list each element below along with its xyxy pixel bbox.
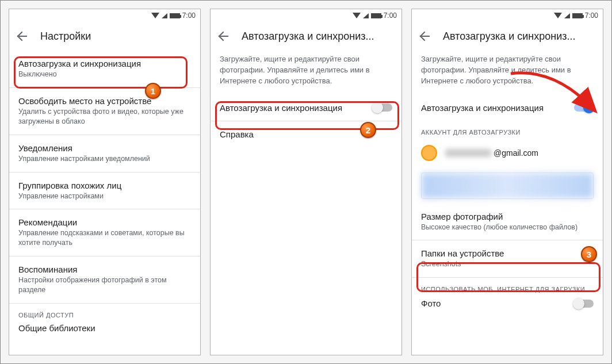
toggle-backup-sync[interactable]: Автозагрузка и синхронизация <box>211 95 401 121</box>
item-title: Воспоминания <box>18 265 191 274</box>
battery-icon <box>170 13 180 18</box>
toggle-label: Автозагрузка и синхронизация <box>421 103 544 113</box>
clock: 7:00 <box>585 12 598 20</box>
item-face-grouping[interactable]: Группировка похожих лиц Управление настр… <box>9 173 200 209</box>
account-email-hidden <box>445 149 491 157</box>
app-bar: Автозагрузка и синхрониз... <box>211 22 401 51</box>
battery-icon <box>572 13 583 18</box>
item-help[interactable]: Справка <box>211 121 401 147</box>
settings-list: Автозагрузка и синхронизация Выключено О… <box>9 51 200 355</box>
item-subtitle: Выключено <box>18 70 191 79</box>
item-title: Освободить место на устройстве <box>18 96 191 106</box>
avatar <box>421 145 437 161</box>
item-title: Общие библиотеки <box>18 323 191 333</box>
account-email: @gmail.com <box>445 148 538 158</box>
item-subtitle: Удалить с устройства фото и видео, котор… <box>18 107 191 127</box>
item-title: Рекомендации <box>18 217 191 227</box>
screen-settings: 7:00 Настройки Автозагрузка и синхрониза… <box>9 9 201 355</box>
account-card[interactable] <box>421 173 594 199</box>
signal-icon <box>564 13 570 18</box>
signal-icon <box>363 13 369 18</box>
item-title: Группировка похожих лиц <box>18 181 191 190</box>
back-icon[interactable] <box>217 30 229 42</box>
toggle-photo-mobile[interactable]: Фото <box>412 295 603 316</box>
item-subtitle: Управление подсказками и советами, котор… <box>18 228 191 248</box>
page-title: Настройки <box>40 30 91 43</box>
switch-off[interactable] <box>373 104 392 112</box>
item-title: Автозагрузка и синхронизация <box>18 59 191 68</box>
item-title: Папки на устройстве <box>421 248 594 258</box>
item-subtitle: Высокое качество (любое количество файло… <box>421 223 594 232</box>
item-backup-sync[interactable]: Автозагрузка и синхронизация Выключено <box>9 51 200 87</box>
page-title: Автозагрузка и синхрониз... <box>443 30 576 43</box>
description: Загружайте, ищите и редактируйте свои фо… <box>412 51 603 95</box>
body: Загружайте, ищите и редактируйте свои фо… <box>412 51 603 355</box>
item-free-space[interactable]: Освободить место на устройстве Удалить с… <box>9 88 200 135</box>
item-recommendations[interactable]: Рекомендации Управление подсказками и со… <box>9 209 200 256</box>
toggle-label: Автозагрузка и синхронизация <box>220 103 342 113</box>
status-bar: 7:00 <box>412 9 603 22</box>
section-mobile-data-label: ИСПОЛЬЗОВАТЬ МОБ. ИНТЕРНЕТ ДЛЯ ЗАГРУЗКИ <box>412 278 603 295</box>
item-subtitle: Управление настройками уведомлений <box>18 154 191 164</box>
toggle-backup-sync[interactable]: Автозагрузка и синхронизация <box>412 95 603 121</box>
back-icon[interactable] <box>419 30 430 42</box>
app-bar: Настройки <box>9 22 200 51</box>
body: Загружайте, ищите и редактируйте свои фо… <box>211 51 401 355</box>
wifi-icon <box>151 13 159 18</box>
description: Загружайте, ищите и редактируйте свои фо… <box>211 51 401 95</box>
item-title: Уведомления <box>18 143 191 153</box>
item-title: Справка <box>220 129 392 139</box>
item-title: Размер фотографий <box>421 212 594 221</box>
app-bar: Автозагрузка и синхрониз... <box>412 22 603 51</box>
account-row[interactable]: @gmail.com <box>412 138 603 168</box>
status-bar: 7:00 <box>211 9 401 22</box>
status-bar: 7:00 <box>9 9 200 22</box>
back-icon[interactable] <box>16 30 28 42</box>
item-memories[interactable]: Воспоминания Настройки отображения фотог… <box>9 256 200 303</box>
battery-icon <box>371 13 381 18</box>
screen-sync-off: 7:00 Автозагрузка и синхрониз... Загружа… <box>210 9 402 355</box>
item-subtitle: Настройки отображения фотографий в этом … <box>18 275 191 295</box>
canvas: 7:00 Настройки Автозагрузка и синхрониза… <box>0 0 612 364</box>
item-subtitle: Screenshots <box>421 259 594 269</box>
clock: 7:00 <box>182 12 196 20</box>
clock: 7:00 <box>384 12 397 20</box>
item-shared-libraries[interactable]: Общие библиотеки <box>9 321 200 341</box>
item-notifications[interactable]: Уведомления Управление настройками уведо… <box>9 135 200 172</box>
page-title: Автозагрузка и синхрониз... <box>242 30 374 43</box>
section-account-label: АККАУНТ ДЛЯ АВТОЗАГРУЗКИ <box>412 121 603 138</box>
signal-icon <box>162 13 167 18</box>
item-upload-size[interactable]: Размер фотографий Высокое качество (любо… <box>412 204 603 240</box>
account-email-domain: @gmail.com <box>494 148 538 158</box>
screen-sync-on: 7:00 Автозагрузка и синхрониз... Загружа… <box>411 9 603 355</box>
item-subtitle: Управление настройками <box>18 191 191 201</box>
switch-on[interactable] <box>574 104 594 112</box>
toggle-label: Фото <box>421 298 441 308</box>
switch-off[interactable] <box>574 300 594 308</box>
item-device-folders[interactable]: Папки на устройстве Screenshots <box>412 240 603 277</box>
wifi-icon <box>353 13 361 18</box>
wifi-icon <box>554 13 562 18</box>
section-sharing-label: ОБЩИЙ ДОСТУП <box>9 304 200 321</box>
